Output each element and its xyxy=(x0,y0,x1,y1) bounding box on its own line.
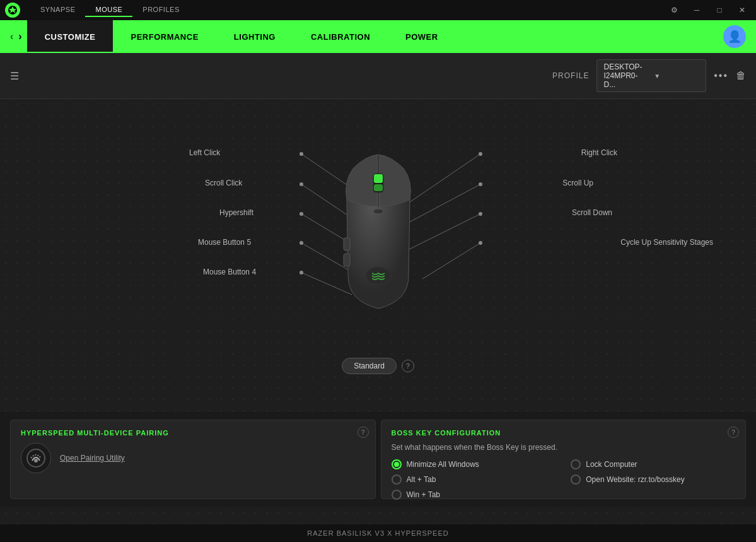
radio-lock[interactable]: Lock Computer xyxy=(571,459,735,469)
mouse-illustration xyxy=(334,150,422,314)
svg-point-14 xyxy=(479,182,482,186)
radio-minimize-circle xyxy=(392,459,402,469)
profile-label: PROFILE xyxy=(552,71,589,80)
svg-point-10 xyxy=(299,271,303,274)
title-tab-mouse[interactable]: MOUSE xyxy=(85,3,132,17)
boss-key-options: Minimize All Windows Lock Computer Alt +… xyxy=(392,459,736,500)
svg-point-28 xyxy=(34,459,38,462)
svg-rect-25 xyxy=(344,254,350,266)
svg-rect-21 xyxy=(374,174,383,183)
chevron-down-icon: ▼ xyxy=(654,73,699,80)
label-cycle-up[interactable]: Cycle Up Sensitivity Stages xyxy=(620,238,713,247)
nav-tab-calibration[interactable]: CALIBRATION xyxy=(293,20,388,53)
label-left-click[interactable]: Left Click xyxy=(189,148,220,157)
title-bar-tabs: SYNAPSE MOUSE PROFILES xyxy=(30,3,190,17)
nav-arrows: ‹ › xyxy=(10,31,22,42)
boss-key-panel: BOSS KEY CONFIGURATION ? Set what happen… xyxy=(381,420,747,499)
nav-tab-lighting[interactable]: LIGHTING xyxy=(216,20,293,53)
label-mouse4[interactable]: Mouse Button 4 xyxy=(203,268,256,276)
boss-key-panel-title: BOSS KEY CONFIGURATION xyxy=(392,429,736,437)
hyperspeed-content: Open Pairing Utility xyxy=(21,443,365,473)
radio-minimize-label: Minimize All Windows xyxy=(407,460,479,469)
label-scroll-click[interactable]: Scroll Click xyxy=(205,179,242,187)
profile-value: DESKTOP-I24MPR0-D... xyxy=(603,62,649,89)
label-scroll-up[interactable]: Scroll Up xyxy=(562,179,593,187)
svg-point-6 xyxy=(299,212,303,216)
svg-line-17 xyxy=(422,243,480,279)
settings-button[interactable]: ⚙ xyxy=(665,4,683,16)
svg-point-12 xyxy=(479,152,482,156)
main-content: ☰ PROFILE DESKTOP-I24MPR0-D... ▼ ••• 🗑 xyxy=(0,53,756,524)
svg-rect-22 xyxy=(374,184,383,191)
boss-key-help-button[interactable]: ? xyxy=(728,427,739,438)
radio-website[interactable]: Open Website: rzr.to/bosskey xyxy=(571,474,735,485)
radio-win-tab-circle xyxy=(392,490,402,500)
hamburger-menu[interactable]: ☰ xyxy=(10,70,19,82)
open-pairing-link[interactable]: Open Pairing Utility xyxy=(60,454,125,462)
title-bar-left: SYNAPSE MOUSE PROFILES xyxy=(5,3,190,18)
title-tab-synapse[interactable]: SYNAPSE xyxy=(30,3,85,17)
nav-tabs: CUSTOMIZE PERFORMANCE LIGHTING CALIBRATI… xyxy=(27,20,723,53)
radio-alt-tab-circle xyxy=(392,474,402,485)
nav-tab-performance[interactable]: PERFORMANCE xyxy=(113,20,216,53)
profile-more-button[interactable]: ••• xyxy=(714,70,728,81)
radio-website-circle xyxy=(571,474,581,485)
status-bar-text: RAZER BASILISK V3 X HYPERSPEED xyxy=(307,529,448,537)
nav-tab-customize[interactable]: CUSTOMIZE xyxy=(27,20,113,53)
bottom-panels: HYPERSPEED MULTI-DEVICE PAIRING ? Open P… xyxy=(0,412,756,507)
hyperspeed-panel: HYPERSPEED MULTI-DEVICE PAIRING ? Open P… xyxy=(10,420,376,499)
radio-alt-tab-label: Alt + Tab xyxy=(407,475,436,484)
label-scroll-down[interactable]: Scroll Down xyxy=(572,208,612,217)
label-hypershift[interactable]: Hypershift xyxy=(219,208,253,217)
title-bar-right: ⚙ ─ □ ✕ xyxy=(665,4,751,16)
hyperspeed-icon xyxy=(21,443,51,473)
nav-back-arrow[interactable]: ‹ xyxy=(10,31,13,42)
close-button[interactable]: ✕ xyxy=(733,4,751,16)
hyperspeed-panel-title: HYPERSPEED MULTI-DEVICE PAIRING xyxy=(21,429,365,437)
boss-key-description: Set what happens when the Boss Key is pr… xyxy=(392,443,736,452)
label-mouse5[interactable]: Mouse Button 5 xyxy=(198,238,251,247)
profile-dropdown[interactable]: DESKTOP-I24MPR0-D... ▼ xyxy=(596,59,706,92)
radio-win-tab[interactable]: Win + Tab xyxy=(392,490,556,500)
delete-profile-button[interactable]: 🗑 xyxy=(736,70,746,81)
user-avatar[interactable]: 👤 xyxy=(723,25,746,48)
maximize-button[interactable]: □ xyxy=(711,4,728,16)
razer-logo xyxy=(5,3,20,18)
svg-point-2 xyxy=(299,152,303,156)
svg-point-18 xyxy=(479,241,482,245)
title-bar: SYNAPSE MOUSE PROFILES ⚙ ─ □ ✕ xyxy=(0,0,756,20)
title-tab-profiles[interactable]: PROFILES xyxy=(132,3,189,17)
nav-bar: ‹ › CUSTOMIZE PERFORMANCE LIGHTING CALIB… xyxy=(0,20,756,53)
radio-website-label: Open Website: rzr.to/bosskey xyxy=(586,475,685,484)
svg-point-16 xyxy=(479,212,482,216)
svg-rect-24 xyxy=(344,238,350,250)
nav-tab-power[interactable]: POWER xyxy=(388,20,456,53)
radio-minimize[interactable]: Minimize All Windows xyxy=(392,459,556,469)
radio-lock-label: Lock Computer xyxy=(586,460,637,469)
svg-point-23 xyxy=(373,209,383,214)
svg-point-4 xyxy=(299,182,303,186)
status-bar: RAZER BASILISK V3 X HYPERSPEED xyxy=(0,524,756,542)
radio-lock-circle xyxy=(571,459,581,469)
label-right-click[interactable]: Right Click xyxy=(581,148,617,157)
minimize-button[interactable]: ─ xyxy=(688,4,706,16)
mouse-diagram-area: Left Click Scroll Click Hypershift Mouse… xyxy=(0,99,756,364)
radio-alt-tab[interactable]: Alt + Tab xyxy=(392,474,556,485)
radio-win-tab-label: Win + Tab xyxy=(407,490,440,499)
profile-bar: ☰ PROFILE DESKTOP-I24MPR0-D... ▼ ••• 🗑 xyxy=(0,53,756,99)
nav-forward-arrow[interactable]: › xyxy=(18,31,21,42)
hyperspeed-help-button[interactable]: ? xyxy=(358,427,369,438)
svg-point-8 xyxy=(299,241,303,245)
